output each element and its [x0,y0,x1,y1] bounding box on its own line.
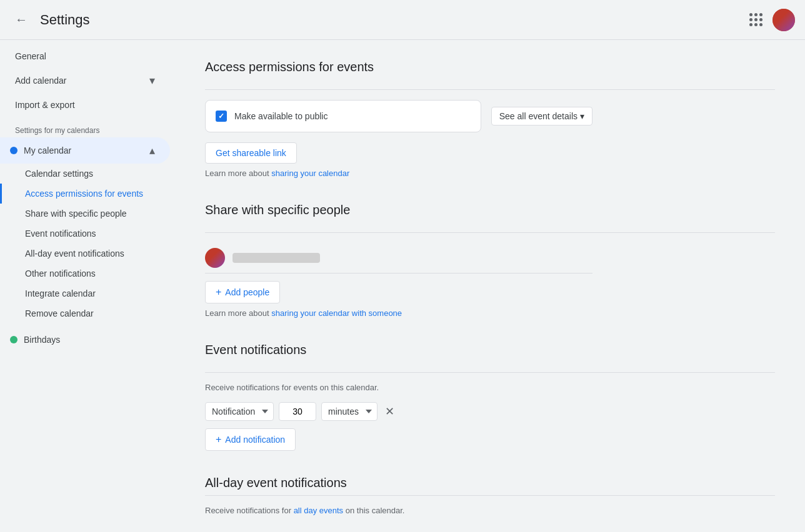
notification-row: Notification Email minutes hours days we… [205,402,775,421]
event-notifications-description: Receive notifications for events on this… [205,383,775,392]
calendar-dot-green [10,336,18,343]
user-avatar[interactable] [772,9,795,31]
share-specific-title: Share with specific people [205,203,775,222]
page-title: Settings [40,12,90,28]
sidebar-sub-allday-notifications[interactable]: All-day event notifications [0,244,170,264]
chevron-down-icon: ▾ [580,111,584,121]
sidebar-sub-share-specific[interactable]: Share with specific people [0,204,170,224]
layout: General Add calendar ▾ Import & export S… [0,40,805,532]
back-button[interactable]: ← [10,7,32,32]
sidebar-item-my-calendar[interactable]: My calendar ▴ [0,137,170,164]
allday-link[interactable]: all day events [294,506,344,515]
event-notifications-title: Event notifications [205,343,775,362]
notification-time-input[interactable] [279,402,316,421]
make-public-label: Make available to public [234,111,471,121]
get-shareable-link-button[interactable]: Get shareable link [205,142,297,164]
sidebar-item-import-export[interactable]: Import & export [0,94,170,116]
avatar-image [772,9,795,31]
sidebar-section-my-calendars: Settings for my calendars [0,116,170,137]
sidebar-sub-event-notifications[interactable]: Event notifications [0,224,170,244]
make-public-checkbox[interactable] [216,111,227,122]
sidebar: General Add calendar ▾ Import & export S… [0,40,175,532]
allday-notifications-title: All-day event notifications [205,476,775,490]
section-divider-allday [205,495,775,496]
sidebar-sub-calendar-settings[interactable]: Calendar settings [0,164,170,184]
remove-notification-button[interactable]: ✕ [382,402,397,421]
access-permissions-section: Access permissions for events Make avail… [205,60,775,178]
add-notification-button[interactable]: + Add notification [205,428,296,451]
share-calendar-someone-link[interactable]: sharing your calendar with someone [271,308,402,318]
close-icon: ✕ [385,405,394,418]
section-divider-share [205,232,775,233]
chevron-down-icon: ▾ [149,74,155,87]
chevron-up-icon: ▴ [149,144,155,157]
add-people-button[interactable]: + Add people [205,281,280,303]
section-divider-notif [205,372,775,373]
see-all-details-dropdown[interactable]: See all event details ▾ [491,107,592,126]
grid-icon [749,13,762,26]
sharing-calendar-link[interactable]: sharing your calendar [271,169,349,178]
allday-notifications-section: All-day event notifications Receive noti… [205,476,775,515]
sidebar-sub-remove-calendar[interactable]: Remove calendar [0,303,170,323]
notification-unit-select[interactable]: minutes hours days weeks [321,402,378,421]
sidebar-item-birthdays[interactable]: Birthdays [0,328,170,351]
event-notifications-section: Event notifications Receive notification… [205,343,775,451]
make-public-card: Make available to public [205,100,481,132]
main-content: Access permissions for events Make avail… [175,40,805,532]
sidebar-sub-integrate-calendar[interactable]: Integrate calendar [0,283,170,303]
share-person-row [205,243,592,273]
calendar-dot-blue [10,147,18,154]
share-specific-people-section: Share with specific people + Add people … [205,203,775,318]
sidebar-item-general[interactable]: General [0,45,170,67]
section-divider-access [205,89,775,90]
share-learn-more: Learn more about sharing your calendar w… [205,308,775,318]
access-learn-more: Learn more about sharing your calendar [205,169,775,178]
apps-button[interactable] [744,8,768,31]
notification-type-select[interactable]: Notification Email [205,402,274,421]
share-person-avatar [205,248,225,268]
sidebar-sub-access-permissions[interactable]: Access permissions for events [0,184,170,204]
sidebar-item-add-calendar[interactable]: Add calendar ▾ [0,67,170,94]
permission-row: Make available to public See all event d… [205,100,592,132]
sidebar-sub-other-notifications[interactable]: Other notifications [0,264,170,283]
share-person-name-blurred [232,253,320,263]
header-right [744,8,795,31]
plus-icon: + [216,434,221,445]
header: ← Settings [0,0,805,40]
plus-icon: + [216,287,221,298]
allday-description: Receive notifications for all day events… [205,506,775,515]
access-permissions-title: Access permissions for events [205,60,775,79]
